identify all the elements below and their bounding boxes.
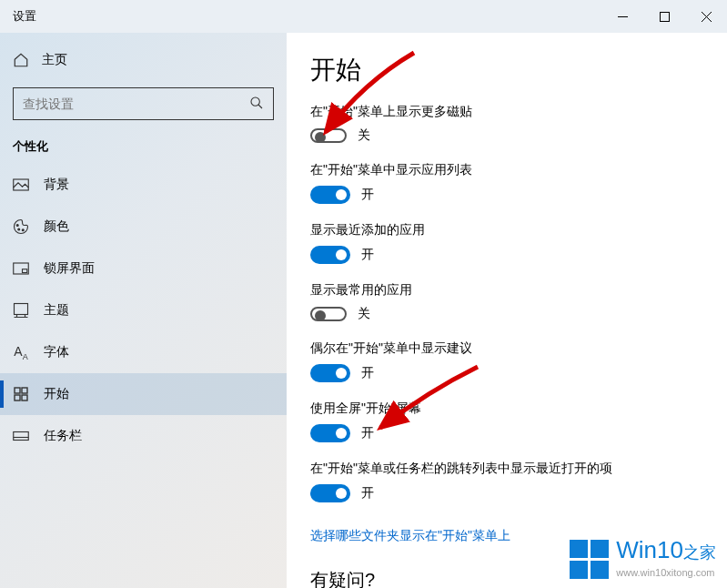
nav-themes[interactable]: 主题 bbox=[0, 289, 287, 331]
nav-lockscreen[interactable]: 锁屏界面 bbox=[0, 248, 287, 289]
nav-background[interactable]: 背景 bbox=[0, 164, 287, 206]
window-title: 设置 bbox=[13, 8, 36, 25]
nav-label: 主题 bbox=[44, 302, 69, 319]
svg-point-9 bbox=[22, 229, 24, 231]
svg-line-5 bbox=[258, 105, 262, 108]
toggle-switch[interactable] bbox=[310, 424, 350, 442]
svg-rect-13 bbox=[15, 388, 20, 393]
svg-rect-12 bbox=[15, 304, 28, 315]
window-controls bbox=[601, 0, 727, 33]
setting-label: 偶尔在"开始"菜单中显示建议 bbox=[310, 340, 703, 357]
toggle-switch[interactable] bbox=[310, 186, 350, 204]
svg-point-7 bbox=[16, 225, 18, 227]
setting-item: 在"开始"菜单上显示更多磁贴 关 bbox=[310, 104, 703, 144]
setting-label: 在"开始"菜单中显示应用列表 bbox=[310, 162, 703, 178]
nav-fonts[interactable]: AA 字体 bbox=[0, 331, 287, 373]
toggle-switch[interactable] bbox=[310, 307, 347, 321]
choose-folders-link[interactable]: 选择哪些文件夹显示在"开始"菜单上 bbox=[310, 528, 510, 544]
sidebar: 主页 个性化 背景 颜色 锁屏界面 主题 AA 字体 bbox=[0, 33, 287, 588]
setting-label: 使用全屏"开始"屏幕 bbox=[310, 400, 703, 417]
setting-item: 显示最常用的应用 关 bbox=[310, 282, 703, 322]
svg-rect-17 bbox=[14, 432, 29, 441]
nav-label: 开始 bbox=[44, 386, 69, 402]
nav-colors[interactable]: 颜色 bbox=[0, 206, 287, 248]
svg-rect-1 bbox=[660, 12, 669, 21]
nav-label: 字体 bbox=[44, 344, 69, 360]
themes-icon bbox=[13, 302, 29, 319]
minimize-button[interactable] bbox=[601, 0, 643, 33]
setting-label: 显示最常用的应用 bbox=[310, 282, 703, 299]
setting-item: 偶尔在"开始"菜单中显示建议 开 bbox=[310, 340, 703, 382]
svg-rect-11 bbox=[23, 269, 27, 273]
toggle-switch[interactable] bbox=[310, 246, 350, 264]
toggle-state: 关 bbox=[358, 306, 370, 322]
lockscreen-icon bbox=[13, 262, 29, 275]
svg-point-8 bbox=[18, 228, 20, 230]
titlebar: 设置 bbox=[0, 0, 727, 33]
setting-item: 使用全屏"开始"屏幕 开 bbox=[310, 400, 703, 442]
nav-label: 背景 bbox=[44, 177, 69, 193]
toggle-state: 开 bbox=[361, 187, 374, 203]
colors-icon bbox=[13, 218, 29, 235]
watermark: Win10之家 www.win10xitong.com bbox=[570, 536, 716, 579]
toggle-state: 开 bbox=[361, 365, 374, 381]
fonts-icon: AA bbox=[13, 344, 29, 361]
svg-point-4 bbox=[251, 97, 259, 106]
home-icon bbox=[13, 52, 29, 68]
close-button[interactable] bbox=[685, 0, 727, 33]
home-label: 主页 bbox=[42, 52, 67, 68]
background-icon bbox=[13, 178, 29, 191]
search-icon bbox=[249, 96, 264, 113]
start-icon bbox=[13, 387, 29, 401]
home-button[interactable]: 主页 bbox=[0, 42, 287, 78]
setting-item: 在"开始"菜单或任务栏的跳转列表中显示最近打开的项 开 bbox=[310, 461, 703, 502]
svg-rect-16 bbox=[22, 395, 27, 400]
setting-item: 在"开始"菜单中显示应用列表 开 bbox=[310, 162, 703, 204]
toggle-state: 关 bbox=[358, 127, 370, 144]
setting-label: 在"开始"菜单上显示更多磁贴 bbox=[310, 104, 703, 120]
toggle-state: 开 bbox=[361, 485, 374, 502]
nav-start[interactable]: 开始 bbox=[0, 373, 287, 415]
category-title: 个性化 bbox=[0, 135, 287, 164]
search-input[interactable] bbox=[23, 96, 249, 111]
toggle-state: 开 bbox=[361, 247, 374, 263]
svg-rect-15 bbox=[15, 395, 20, 400]
nav-taskbar[interactable]: 任务栏 bbox=[0, 415, 287, 457]
toggle-state: 开 bbox=[361, 425, 374, 441]
taskbar-icon bbox=[13, 431, 29, 441]
toggle-switch[interactable] bbox=[310, 484, 350, 502]
svg-rect-14 bbox=[22, 388, 27, 393]
maximize-button[interactable] bbox=[643, 0, 685, 33]
nav-label: 锁屏界面 bbox=[44, 260, 95, 277]
search-box[interactable] bbox=[13, 87, 274, 120]
page-title: 开始 bbox=[310, 53, 703, 87]
toggle-switch[interactable] bbox=[310, 128, 347, 143]
toggle-switch[interactable] bbox=[310, 364, 350, 382]
setting-item: 显示最近添加的应用 开 bbox=[310, 222, 703, 264]
nav-label: 颜色 bbox=[44, 218, 69, 235]
nav-label: 任务栏 bbox=[44, 428, 82, 444]
windows-logo-icon bbox=[570, 540, 609, 579]
setting-label: 在"开始"菜单或任务栏的跳转列表中显示最近打开的项 bbox=[310, 461, 703, 477]
main-content: 开始 在"开始"菜单上显示更多磁贴 关 在"开始"菜单中显示应用列表 开 显示最… bbox=[287, 33, 727, 588]
setting-label: 显示最近添加的应用 bbox=[310, 222, 703, 238]
